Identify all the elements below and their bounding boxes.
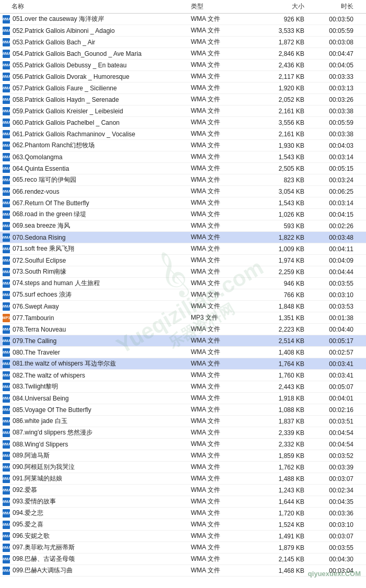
table-row[interactable]: WMA 076.Swept Away WMA 文件 1,848 KB 00:03… bbox=[0, 301, 366, 312]
row-filename: 083.Twilight黎明 bbox=[13, 382, 58, 391]
row-name: WMA 091.阿莱城的姑娘 bbox=[0, 474, 191, 483]
table-row[interactable]: WMA 053.Patrick Gallois Bach _ Air WMA 文… bbox=[0, 37, 366, 48]
table-row[interactable]: WMA 061.Patrick Gallois Rachmaninov _ Vo… bbox=[0, 128, 366, 140]
row-type: WMA 文件 bbox=[191, 84, 251, 92]
wma-icon: WMA bbox=[2, 187, 10, 196]
table-row[interactable]: WMA 052.Patrick Gallois Albinoni _ Adagi… bbox=[0, 25, 366, 37]
table-row[interactable]: WMA 085.Voyage Of The Butterfly WMA 文件 1… bbox=[0, 404, 366, 416]
table-row[interactable]: WMA 099.巴赫A大调练习曲 WMA 文件 1,468 KB 00:03:0… bbox=[0, 565, 366, 577]
row-size: 2,436 KB bbox=[251, 62, 308, 69]
table-row[interactable]: WMA 054.Patrick Gallois Bach_Gounod _ Av… bbox=[0, 48, 366, 60]
row-name: WMA 093.爱情的故事 bbox=[0, 497, 191, 506]
row-size: 1,837 KB bbox=[251, 418, 308, 425]
table-row[interactable]: WMA 095.爱之喜 WMA 文件 1,524 KB 00:03:10 bbox=[0, 519, 366, 531]
row-type: WMA 文件 bbox=[191, 233, 251, 242]
row-size: 2,514 KB bbox=[251, 337, 308, 345]
table-row[interactable]: WMA 057.Patrick Gallois Faure _ Sicilien… bbox=[0, 83, 366, 94]
table-row[interactable]: WMA 094.爱之悲 WMA 文件 1,720 KB 00:03:36 bbox=[0, 508, 366, 519]
row-duration: 00:02:26 bbox=[308, 222, 356, 230]
table-row[interactable]: WMA 068.road in the green 绿堤 WMA 文件 1,02… bbox=[0, 209, 366, 220]
row-type: WMA 文件 bbox=[191, 187, 251, 196]
wma-icon: WMA bbox=[2, 325, 10, 334]
row-size: 3,533 KB bbox=[251, 27, 308, 34]
row-duration: 00:03:53 bbox=[308, 303, 356, 310]
row-duration: 00:05:07 bbox=[308, 383, 356, 391]
row-name: WMA 054.Patrick Gallois Bach_Gounod _ Av… bbox=[0, 50, 191, 58]
table-row[interactable]: WMA 073.South Rim南缘 WMA 文件 2,259 KB 00:0… bbox=[0, 266, 366, 278]
row-filename: 086.white jade 白玉 bbox=[13, 417, 67, 426]
row-size: 2,161 KB bbox=[251, 108, 308, 115]
table-row[interactable]: WMA 088.Wing'd Slippers WMA 文件 2,332 KB … bbox=[0, 439, 366, 450]
row-name: WMA 099.巴赫A大调练习曲 bbox=[0, 566, 191, 575]
table-row[interactable]: WMA 089.阿迪马斯 WMA 文件 1,859 KB 00:03:52 bbox=[0, 450, 366, 462]
row-name: WMA 067.Return Of The Butterfly bbox=[0, 199, 191, 207]
row-duration: 00:05:17 bbox=[308, 337, 356, 345]
row-size: 823 KB bbox=[251, 177, 308, 184]
row-name: WMA 086.white jade 白玉 bbox=[0, 417, 191, 426]
table-row[interactable]: WMA 055.Patrick Gallois Debussy _ En bat… bbox=[0, 60, 366, 71]
table-row[interactable]: WMA 091.阿莱城的姑娘 WMA 文件 1,488 KB 00:03:07 bbox=[0, 473, 366, 485]
table-row[interactable]: WMA 060.Patrick Gallois Pachelbel _ Cano… bbox=[0, 117, 366, 128]
row-type: WMA 文件 bbox=[191, 302, 251, 311]
table-row[interactable]: WMA 071.soft free 乘风飞翔 WMA 文件 1,009 KB 0… bbox=[0, 243, 366, 255]
row-filename: 085.Voyage Of The Butterfly bbox=[13, 406, 92, 414]
wma-icon: WMA bbox=[2, 233, 10, 242]
table-row[interactable]: WMA 074.steps and human 人生旅程 WMA 文件 946 … bbox=[0, 278, 366, 289]
row-type: WMA 文件 bbox=[191, 451, 251, 460]
table-row[interactable]: WMA 080.The Traveler WMA 文件 1,408 KB 00:… bbox=[0, 347, 366, 358]
table-row[interactable]: WMA 093.爱情的故事 WMA 文件 1,644 KB 00:04:35 bbox=[0, 496, 366, 508]
table-row[interactable]: WMA 083.Twilight黎明 WMA 文件 2,443 KB 00:05… bbox=[0, 381, 366, 393]
table-row[interactable]: WMA 087.wing'd slippers 悠然漫步 WMA 文件 2,33… bbox=[0, 427, 366, 439]
row-type: WMA 文件 bbox=[191, 26, 251, 35]
table-row[interactable]: WMA 058.Patrick Gallois Haydn _ Serenade… bbox=[0, 94, 366, 105]
wma-icon: WMA bbox=[2, 291, 10, 299]
table-row[interactable]: WMA 092.爱慕 WMA 文件 1,243 KB 00:02:34 bbox=[0, 485, 366, 496]
table-row[interactable]: WMA 065.reco 瑞可的伊甸园 WMA 文件 823 KB 00:03:… bbox=[0, 174, 366, 186]
table-row[interactable]: WMA 063.Qomolangma WMA 文件 1,543 KB 00:03… bbox=[0, 151, 366, 163]
table-row[interactable]: WMA 051.over the causeway 海洋彼岸 WMA 文件 92… bbox=[0, 14, 366, 25]
table-row[interactable]: WMA 082.The waltz of whispers WMA 文件 1,7… bbox=[0, 370, 366, 381]
table-row[interactable]: WMA 059.Patrick Gallois Kreisler _ Leibe… bbox=[0, 105, 366, 117]
row-size: 1,762 KB bbox=[251, 464, 308, 471]
row-type: WMA 文件 bbox=[191, 267, 251, 276]
row-type: WMA 文件 bbox=[191, 336, 251, 345]
header-name: 名称 bbox=[0, 2, 191, 11]
table-row[interactable]: MP3 077.Tambourin MP3 文件 1,351 KB 00:01:… bbox=[0, 312, 366, 324]
wma-icon: WMA bbox=[2, 383, 10, 391]
row-type: WMA 文件 bbox=[191, 290, 251, 299]
table-row[interactable]: WMA 066.rendez-vous WMA 文件 3,054 KB 00:0… bbox=[0, 186, 366, 197]
row-name: WMA 074.steps and human 人生旅程 bbox=[0, 279, 191, 288]
table-row[interactable]: WMA 062.Phantom Ranch幻想牧场 WMA 文件 1,930 K… bbox=[0, 140, 366, 151]
table-row[interactable]: WMA 081.the waltz of whispers 耳边华尔兹 WMA … bbox=[0, 358, 366, 370]
table-row[interactable]: WMA 079.The Calling WMA 文件 2,514 KB 00:0… bbox=[0, 335, 366, 347]
table-row[interactable]: WMA 090.阿根廷别为我哭泣 WMA 文件 1,762 KB 00:03:3… bbox=[0, 462, 366, 473]
row-name: WMA 080.The Traveler bbox=[0, 348, 191, 357]
row-name: WMA 071.soft free 乘风飞翔 bbox=[0, 244, 191, 253]
table-row[interactable]: WMA 067.Return Of The Butterfly WMA 文件 1… bbox=[0, 197, 366, 209]
row-filename: 070.Sedona Rising bbox=[13, 234, 65, 241]
row-name: WMA 075.surf echoes 浪涛 bbox=[0, 290, 191, 299]
table-row[interactable]: WMA 084.Universal Being WMA 文件 1,918 KB … bbox=[0, 393, 366, 404]
table-row[interactable]: WMA 078.Terra Nouveau WMA 文件 2,223 KB 00… bbox=[0, 324, 366, 335]
mp3-icon: MP3 bbox=[2, 314, 10, 322]
table-row[interactable]: WMA 097.奥菲欧与尤丽蒂斯 WMA 文件 1,879 KB 00:03:5… bbox=[0, 542, 366, 554]
wma-icon: WMA bbox=[2, 544, 10, 552]
table-row[interactable]: WMA 064.Quinta Essentia WMA 文件 2,505 KB … bbox=[0, 163, 366, 174]
row-duration: 00:01:38 bbox=[308, 314, 356, 322]
row-size: 1,760 KB bbox=[251, 372, 308, 379]
wma-icon: WMA bbox=[2, 360, 10, 368]
row-size: 2,443 KB bbox=[251, 383, 308, 391]
row-name: WMA 081.the waltz of whispers 耳边华尔兹 bbox=[0, 359, 191, 368]
table-row[interactable]: WMA 075.surf echoes 浪涛 WMA 文件 766 KB 00:… bbox=[0, 289, 366, 301]
wma-icon: WMA bbox=[2, 50, 10, 58]
row-filename: 099.巴赫A大调练习曲 bbox=[13, 566, 73, 575]
wma-icon: WMA bbox=[2, 176, 10, 184]
table-row[interactable]: WMA 069.sea breeze 海风 WMA 文件 593 KB 00:0… bbox=[0, 220, 366, 232]
table-row[interactable]: WMA 096.安妮之歌 WMA 文件 1,491 KB 00:03:07 bbox=[0, 531, 366, 542]
wma-icon: WMA bbox=[2, 475, 10, 483]
table-row[interactable]: WMA 072.Soulful Eclipse WMA 文件 1,974 KB … bbox=[0, 255, 366, 266]
table-row[interactable]: WMA 098.巴赫、古诺圣母颂 WMA 文件 2,145 KB 00:04:3… bbox=[0, 554, 366, 565]
table-row[interactable]: WMA 086.white jade 白玉 WMA 文件 1,837 KB 00… bbox=[0, 416, 366, 427]
table-row[interactable]: WMA 056.Patrick Gallois Dvorak _ Humores… bbox=[0, 71, 366, 83]
table-row[interactable]: WMA 070.Sedona Rising WMA 文件 1,822 KB 00… bbox=[0, 232, 366, 243]
